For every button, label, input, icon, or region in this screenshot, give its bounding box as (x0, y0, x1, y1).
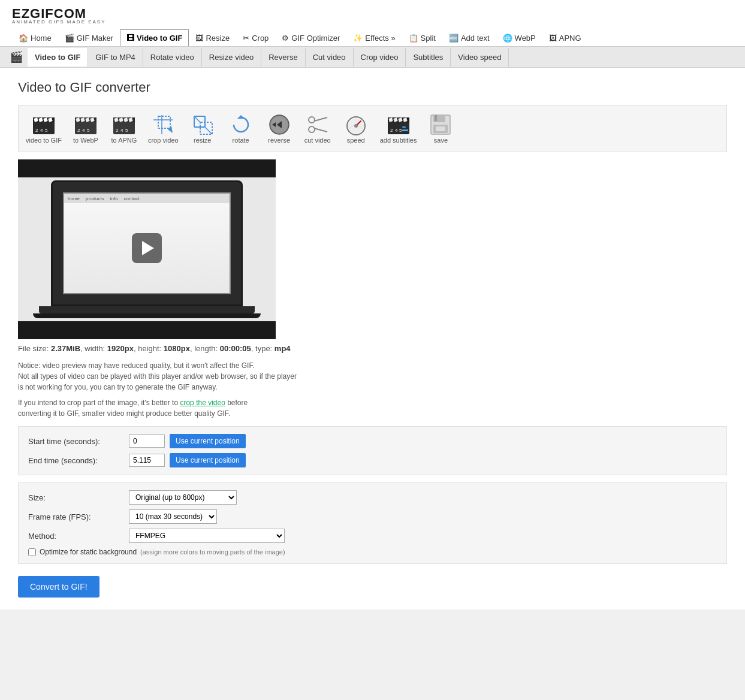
sub-nav: 🎬 Video to GIF GIF to MP4 Rotate video R… (0, 47, 745, 68)
scissors-icon (306, 113, 330, 137)
tool-label-cut-video: cut video (304, 137, 331, 144)
video-top-bar (18, 159, 276, 177)
nav-item-video-to-gif[interactable]: 🎞 Video to GIF (120, 29, 189, 46)
tool-label-speed: speed (347, 137, 365, 144)
laptop-base (39, 306, 255, 313)
nav-item-add-text[interactable]: 🔤 Add text (442, 29, 496, 46)
svg-text:5: 5 (45, 128, 48, 133)
svg-text:4: 4 (120, 128, 123, 133)
tool-label-add-subtitles: add subtitles (380, 137, 417, 144)
nav-item-effects[interactable]: ✨ Effects » (346, 29, 402, 46)
tool-label-reverse: reverse (268, 137, 290, 144)
end-time-input[interactable] (129, 454, 165, 467)
fps-label: Frame rate (FPS): (28, 512, 124, 521)
laptop-foot (33, 313, 261, 318)
webp-clapperboard-icon: 2 4 5 (74, 113, 98, 137)
reverse-icon (267, 113, 291, 137)
start-time-label: Start time (seconds): (28, 437, 124, 446)
nav-item-split[interactable]: 📋 Split (402, 29, 442, 46)
subnav-gif-to-mp4[interactable]: GIF to MP4 (88, 48, 143, 67)
svg-line-34 (205, 127, 212, 134)
start-time-row: Start time (seconds): Use current positi… (28, 434, 717, 448)
nav-item-resize[interactable]: 🖼 Resize (189, 29, 236, 46)
clapperboard-icon: 2 4 5 (32, 113, 56, 137)
optimize-note: (assign more colors to moving parts of t… (140, 548, 285, 556)
crop-video-link[interactable]: crop the video (180, 399, 225, 407)
tool-cut-video[interactable]: cut video (298, 110, 337, 147)
tool-label-rotate: rotate (233, 137, 249, 144)
use-current-start-button[interactable]: Use current position (170, 434, 246, 448)
tool-save[interactable]: save (421, 110, 460, 147)
start-time-input[interactable] (129, 435, 165, 448)
subnav-subtitles[interactable]: Subtitles (406, 48, 451, 67)
tools-row: 2 4 5 video to GIF 2 4 5 to WebP (18, 105, 727, 152)
subnav-crop-video[interactable]: Crop video (354, 48, 406, 67)
fps-row: Frame rate (FPS): 10 (max 30 seconds) 15… (28, 509, 717, 524)
tool-video-to-gif[interactable]: 2 4 5 video to GIF (21, 110, 67, 147)
tool-to-webp[interactable]: 2 4 5 to WebP (67, 110, 105, 147)
svg-point-47 (354, 124, 358, 128)
tool-crop-video[interactable]: crop video (143, 110, 183, 147)
notice: Notice: video preview may have reduced q… (18, 360, 727, 419)
tool-reverse[interactable]: reverse (260, 110, 298, 147)
svg-text:2: 2 (77, 128, 80, 133)
subnav-rotate-video[interactable]: Rotate video (143, 48, 202, 67)
size-select[interactable]: Original (up to 600px) 320px 480px 640px (129, 490, 237, 505)
video-bottom-bar (18, 321, 276, 339)
svg-line-43 (314, 128, 327, 132)
svg-text:2: 2 (35, 128, 38, 133)
nav-item-apng[interactable]: 🖼 APNG (542, 29, 588, 46)
svg-text:2: 2 (390, 128, 393, 133)
video-frame[interactable]: home products info contact (18, 177, 276, 321)
laptop-screen: home products info contact (63, 192, 231, 294)
svg-rect-54 (402, 129, 408, 131)
file-info: File size: 2.37MiB, width: 1920px, heigh… (18, 344, 727, 353)
time-form-section: Start time (seconds): Use current positi… (18, 426, 727, 475)
svg-rect-63 (436, 126, 445, 131)
save-disk-icon (429, 113, 453, 137)
nav-item-home[interactable]: 🏠 Home (12, 29, 58, 46)
subnav-video-to-gif[interactable]: Video to GIF (28, 48, 88, 67)
svg-text:5: 5 (87, 128, 90, 133)
fps-select[interactable]: 10 (max 30 seconds) 15 20 25 30 (129, 509, 217, 524)
svg-rect-55 (402, 126, 406, 128)
subnav-video-speed[interactable]: Video speed (451, 48, 509, 67)
svg-line-33 (194, 116, 200, 122)
method-select[interactable]: FFMPEG ImageMagick (129, 529, 285, 543)
logo: EZGIFCOM ANIMATED GIFS MADE EASY (12, 6, 106, 25)
svg-point-41 (309, 126, 315, 132)
svg-text:4: 4 (395, 128, 398, 133)
tool-to-apng[interactable]: 2 4 5 to APNG (105, 110, 143, 147)
main-nav: 🏠 Home 🎬 GIF Maker 🎞 Video to GIF 🖼 Resi… (12, 29, 733, 46)
end-time-row: End time (seconds): Use current position (28, 453, 717, 467)
subnav-resize-video[interactable]: Resize video (202, 48, 261, 67)
nav-item-gif-maker[interactable]: 🎬 GIF Maker (58, 29, 120, 46)
tool-label-crop-video: crop video (148, 137, 179, 144)
subnav-cut-video[interactable]: Cut video (306, 48, 354, 67)
optimize-checkbox[interactable] (28, 548, 36, 556)
play-triangle-icon (142, 241, 154, 255)
nav-item-crop[interactable]: ✂ Crop (236, 29, 275, 46)
play-button[interactable] (132, 233, 162, 263)
page-title: Video to GIF converter (18, 80, 727, 95)
svg-line-42 (314, 117, 327, 121)
convert-button[interactable]: Convert to GIF! (18, 576, 99, 598)
nav-item-webp[interactable]: 🌐 WebP (496, 29, 542, 46)
tool-rotate[interactable]: rotate (222, 110, 260, 147)
tool-label-to-webp: to WebP (73, 137, 98, 144)
nav-item-gif-optimizer[interactable]: ⚙ GIF Optimizer (275, 29, 346, 46)
svg-text:2: 2 (116, 128, 119, 133)
use-current-end-button[interactable]: Use current position (170, 453, 246, 467)
video-container: home products info contact (18, 159, 276, 339)
tool-add-subtitles[interactable]: 2 4 5 add subtitles (375, 110, 422, 147)
svg-text:5: 5 (125, 128, 128, 133)
optimize-row: Optimize for static background (assign m… (28, 548, 717, 556)
settings-form-section: Size: Original (up to 600px) 320px 480px… (18, 482, 727, 564)
tool-label-save: save (434, 137, 448, 144)
tool-resize[interactable]: resize (183, 110, 222, 147)
subnav-reverse[interactable]: Reverse (261, 48, 305, 67)
tool-label-to-apng: to APNG (111, 137, 137, 144)
tool-label-resize: resize (194, 137, 211, 144)
svg-text:4: 4 (82, 128, 85, 133)
tool-speed[interactable]: speed (337, 110, 375, 147)
